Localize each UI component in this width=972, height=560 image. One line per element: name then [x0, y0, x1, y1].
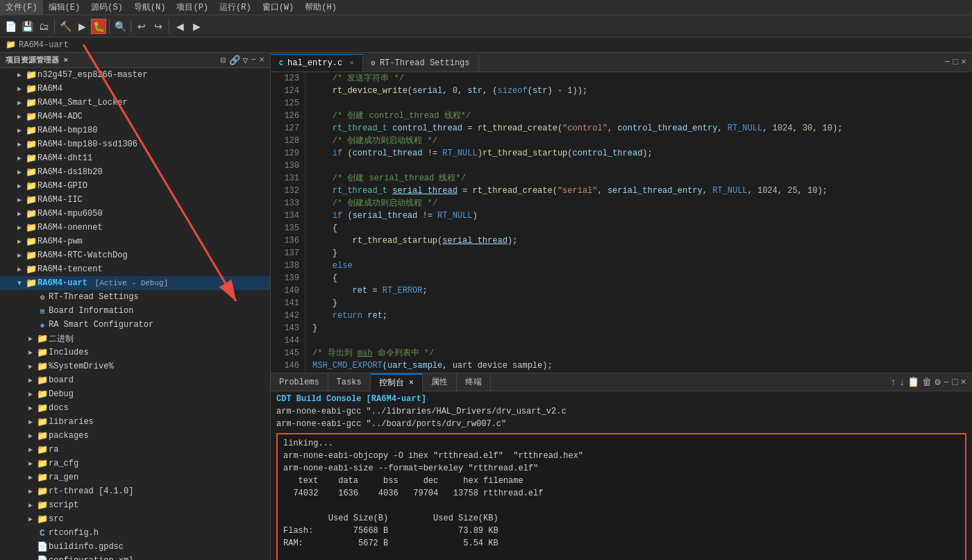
console-down-icon[interactable]: ↓: [899, 377, 905, 388]
code-editor[interactable]: 1231241251261271281291301311321331341351…: [271, 72, 972, 373]
tree-item-src[interactable]: ▶ 📁 src: [0, 512, 270, 526]
new-btn[interactable]: 📄: [3, 19, 18, 34]
tree-item-mpu6050[interactable]: ▶ 📁 RA6M4-mpu6050: [0, 207, 270, 221]
tree-item-ra-gen[interactable]: ▶ 📁 ra_gen: [0, 470, 270, 484]
build-btn[interactable]: 🔨: [58, 19, 73, 34]
tree-item-ra-folder[interactable]: ▶ 📁 ra: [0, 443, 270, 457]
search-btn[interactable]: 🔍: [112, 19, 128, 34]
tree-item-ra6m4[interactable]: ▶ 📁 RA6M4: [0, 82, 270, 96]
tab-properties[interactable]: 属性: [423, 373, 457, 391]
collapse-all-icon[interactable]: ⊟: [221, 55, 226, 66]
sidebar-content[interactable]: ▶ 📁 n32g457_esp8266-master ▶ 📁 RA6M4 ▶ 📁…: [0, 68, 270, 560]
tree-item-bmp180-ssd1306[interactable]: ▶ 📁 RA6M4-bmp180-ssd1306: [0, 137, 270, 151]
tab-tasks[interactable]: Tasks: [328, 373, 371, 391]
tree-item-adc[interactable]: ▶ 📁 RA6M4-ADC: [0, 110, 270, 124]
label-libraries: libraries: [49, 417, 94, 427]
tree-item-pwm[interactable]: ▶ 📁 RA6M4-pwm: [0, 235, 270, 248]
tree-item-buildinfo[interactable]: 📄 buildinfo.gpdsc: [0, 540, 270, 554]
tree-item-rtc[interactable]: ▶ 📁 RA6M4-RTC-WatchDog: [0, 248, 270, 262]
console-title: CDT Build Console [RA6M4-uart]: [276, 394, 966, 404]
console-maximize-icon[interactable]: □: [952, 377, 957, 388]
undo-btn[interactable]: ↩: [134, 19, 149, 34]
tree-item-libraries[interactable]: ▶ 📁 libraries: [0, 415, 270, 429]
icon-rtconfig: C: [36, 528, 49, 538]
menu-navigate[interactable]: 导航(N): [128, 0, 171, 15]
icon-board: 📁: [36, 375, 49, 386]
tree-item-smart-locker[interactable]: ▶ 📁 RA6M4_Smart_Locker: [0, 96, 270, 110]
tree-item-iic[interactable]: ▶ 📁 RA6M4-IIC: [0, 193, 270, 207]
line-num-128: 128: [271, 135, 299, 147]
tree-item-board-info[interactable]: ⊞ Board Information: [0, 304, 270, 318]
code-content[interactable]: /* 发送字符串 */ rt_device_write(serial, 0, s…: [305, 72, 972, 373]
tab-problems[interactable]: Problems: [271, 373, 328, 391]
tree-item-ra-smart[interactable]: ◆ RA Smart Configurator: [0, 318, 270, 332]
tab-console[interactable]: 控制台 ×: [371, 373, 423, 391]
tab-rt-settings[interactable]: ⚙ RT-Thread Settings: [363, 54, 479, 71]
tree-item-bmp180[interactable]: ▶ 📁 RA6M4-bmp180: [0, 124, 270, 137]
console-up-icon[interactable]: ↑: [891, 377, 896, 388]
console-area[interactable]: CDT Build Console [RA6M4-uart] arm-none-…: [271, 391, 972, 560]
editor-maximize-icon[interactable]: □: [953, 57, 958, 67]
console-clear-icon[interactable]: 🗑: [922, 377, 932, 388]
menu-window[interactable]: 窗口(W): [257, 0, 300, 15]
tree-item-rt-settings[interactable]: ⚙ RT-Thread Settings: [0, 290, 270, 304]
tree-item-ds18b20[interactable]: ▶ 📁 RA6M4-ds18b20: [0, 165, 270, 179]
menu-edit[interactable]: 编辑(E): [43, 0, 86, 15]
code-line-136: rt_thread_startup(serial_thread);: [312, 235, 972, 247]
tab-terminal[interactable]: 终端: [457, 373, 491, 391]
menu-help[interactable]: 帮助(H): [299, 0, 342, 15]
menu-run[interactable]: 运行(R): [214, 0, 257, 15]
tree-item-rt-thread-folder[interactable]: ▶ 📁 rt-thread [4.1.0]: [0, 484, 270, 498]
tree-item-dht11[interactable]: ▶ 📁 RA6M4-dht11: [0, 151, 270, 165]
main-layout: 项目资源管理器 × ⊟ 🔗 ▽ − × ▶ 📁 n32g457_esp8266-…: [0, 53, 972, 560]
tree-item-gpio[interactable]: ▶ 📁 RA6M4-GPIO: [0, 179, 270, 193]
tab-hal-entry[interactable]: C hal_entry.c ×: [271, 54, 363, 71]
menu-project[interactable]: 项目(P): [171, 0, 214, 15]
tree-item-onennet[interactable]: ▶ 📁 RA6M4-onennet: [0, 221, 270, 235]
tree-item-packages[interactable]: ▶ 📁 packages: [0, 429, 270, 443]
active-debug-badge: [Active - Debug]: [90, 279, 168, 287]
tree-item-configuration[interactable]: 📄 configuration.xml: [0, 554, 270, 560]
editor-minimize-icon[interactable]: −: [945, 57, 950, 67]
close-icon[interactable]: ×: [259, 55, 265, 66]
tree-item-board[interactable]: ▶ 📁 board: [0, 373, 270, 387]
tree-item-rtconfig[interactable]: C rtconfig.h: [0, 526, 270, 540]
redo-btn[interactable]: ↪: [151, 19, 166, 34]
back-btn[interactable]: ◀: [172, 19, 187, 34]
editor-close-icon[interactable]: ×: [961, 57, 966, 67]
menu-file[interactable]: 文件(F): [0, 0, 43, 15]
icon-ds18b20: 📁: [25, 167, 37, 178]
save-btn[interactable]: 💾: [19, 19, 35, 34]
tree-item-debug-folder[interactable]: ▶ 📁 Debug: [0, 387, 270, 401]
icon-uart: 📁: [25, 278, 37, 289]
tree-item-script[interactable]: ▶ 📁 script: [0, 498, 270, 512]
console-close-icon[interactable]: ×: [961, 377, 966, 388]
menu-source[interactable]: 源码(S): [85, 0, 128, 15]
arrow-iic: ▶: [14, 196, 25, 204]
debug-btn[interactable]: 🐛: [91, 19, 106, 34]
link-editor-icon[interactable]: 🔗: [229, 55, 240, 66]
save-all-btn[interactable]: 🗂: [36, 19, 51, 34]
expand-icon[interactable]: ▽: [243, 55, 249, 66]
icon-libraries: 📁: [36, 416, 49, 427]
line-num-123: 123: [271, 72, 299, 85]
console-settings-icon[interactable]: ⚙: [935, 376, 940, 388]
run-btn[interactable]: ▶: [74, 19, 90, 34]
tree-item-systemdrive[interactable]: ▶ 📁 %SystemDrive%: [0, 359, 270, 373]
tree-item-ra-cfg[interactable]: ▶ 📁 ra_cfg: [0, 457, 270, 470]
tree-item-binary[interactable]: ▶ 📁 二进制: [0, 332, 270, 346]
tree-item-uart[interactable]: ▼ 📁 RA6M4-uart [Active - Debug]: [0, 276, 270, 290]
tree-item-n32g457[interactable]: ▶ 📁 n32g457_esp8266-master: [0, 68, 270, 82]
console-copy-icon[interactable]: 📋: [907, 376, 919, 388]
tree-item-includes[interactable]: ▶ 📁 Includes: [0, 346, 270, 359]
console-minimize-icon[interactable]: −: [944, 377, 949, 388]
tab-hal-close[interactable]: ×: [349, 59, 354, 67]
sep1: [54, 19, 55, 33]
label-mpu6050: RA6M4-mpu6050: [37, 209, 103, 219]
label-ra-smart: RA Smart Configurator: [49, 320, 153, 330]
tree-item-tencent[interactable]: ▶ 📁 RA6M4-tencent: [0, 262, 270, 276]
minimize-icon[interactable]: −: [251, 55, 256, 66]
tree-item-docs[interactable]: ▶ 📁 docs: [0, 401, 270, 415]
line-num-136: 136: [271, 235, 299, 247]
forward-btn[interactable]: ▶: [189, 19, 204, 34]
